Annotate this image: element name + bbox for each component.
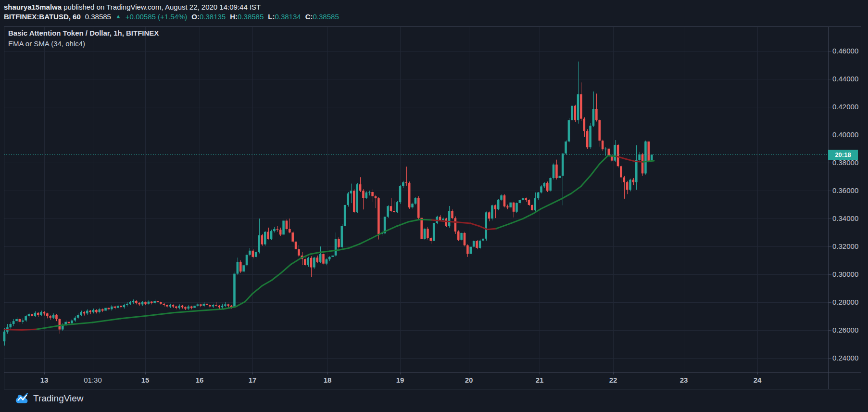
time-axis-label: 24	[738, 376, 777, 384]
publish-text: published on TradingView.com, August 22,…	[62, 3, 261, 11]
price-change: +0.00585 (+1.54%)	[126, 13, 187, 21]
low-value: L:0.38134	[268, 13, 301, 21]
price-axis-label: 0.36000	[832, 186, 858, 195]
indicator-legend[interactable]: EMA or SMA (34, ohlc4)	[8, 39, 159, 49]
time-axis-label: 22	[594, 376, 632, 384]
chart-legend-block: Basic Attention Token / Dollar, 1h, BITF…	[8, 28, 159, 49]
time-axis-label: 21	[520, 376, 559, 384]
time-axis-label: 13	[25, 376, 63, 384]
price-axis-label: 0.24000	[832, 354, 858, 362]
last-price: 0.38585	[85, 13, 111, 21]
tradingview-logo-text: TradingView	[33, 393, 84, 404]
username: shaurya15malwa	[4, 3, 62, 11]
time-axis-label: 01:30	[74, 376, 112, 384]
tradingview-logo-icon	[15, 393, 30, 404]
time-axis-label: 23	[665, 376, 703, 384]
price-axis-label: 0.32000	[832, 242, 858, 251]
tradingview-logo[interactable]: TradingView	[15, 393, 84, 404]
price-axis-label: 0.44000	[832, 75, 858, 83]
candlestick-chart[interactable]	[0, 0, 868, 412]
price-axis-label: 0.34000	[832, 214, 858, 223]
symbol-info-bar: BITFINEX:BATUSD, 60 0.38585 ▲ +0.00585 (…	[4, 13, 339, 21]
price-axis-label: 0.30000	[832, 270, 858, 279]
time-axis-label: 19	[381, 376, 419, 384]
tradingview-snapshot: shaurya15malwa published on TradingView.…	[0, 0, 868, 412]
time-axis-label: 17	[233, 376, 272, 384]
price-axis-label: 0.40000	[832, 130, 858, 139]
countdown-badge: 20:18	[828, 150, 858, 160]
price-axis-label: 0.42000	[832, 103, 858, 111]
time-axis-label: 16	[180, 376, 219, 384]
publish-info: shaurya15malwa published on TradingView.…	[4, 3, 261, 11]
price-axis-label: 0.46000	[832, 47, 858, 55]
time-axis-label: 20	[450, 376, 488, 384]
time-axis-label: 18	[308, 376, 347, 384]
close-value: C:0.38585	[305, 13, 339, 21]
price-axis-label: 0.28000	[832, 298, 858, 307]
price-axis-label: 0.38000	[832, 158, 858, 167]
symbol-name: BITFINEX:BATUSD, 60	[4, 13, 81, 21]
open-value: O:0.38135	[191, 13, 226, 21]
time-axis-label: 15	[126, 376, 164, 384]
up-arrow-icon: ▲	[115, 13, 121, 20]
chart-title[interactable]: Basic Attention Token / Dollar, 1h, BITF…	[8, 28, 159, 39]
price-axis-label: 0.26000	[832, 326, 858, 335]
high-value: H:0.38585	[230, 13, 264, 21]
